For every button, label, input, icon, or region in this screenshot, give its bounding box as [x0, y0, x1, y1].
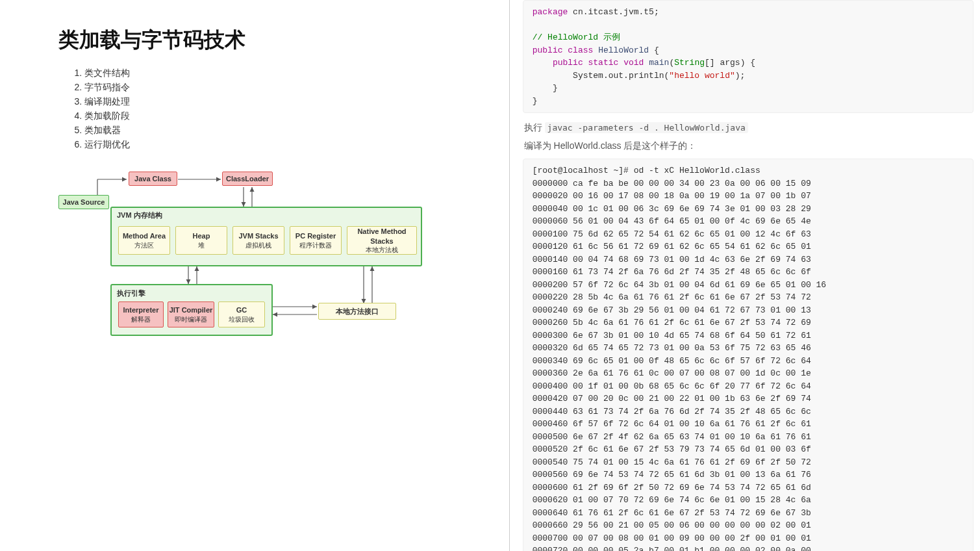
native-stacks-en: Native Method Stacks	[347, 227, 416, 246]
java-code-block: package cn.itcast.jvm.t5; // HelloWorld …	[523, 0, 974, 113]
jit-zh: 即时编译器	[175, 315, 207, 324]
jvm-stacks-zh: 虚拟机栈	[245, 241, 271, 250]
exec-note: 执行 javac -parameters -d . HellowWorld.ja…	[524, 122, 974, 134]
args: [] args	[705, 58, 740, 68]
exec-label: 执行	[524, 122, 542, 133]
hexdump-block: [root@localhost ~]# od -t xC HelloWorld.…	[523, 159, 974, 551]
box-native-stacks: Native Method Stacks 本地方法栈	[347, 226, 417, 255]
class-name: HelloWorld	[598, 45, 649, 55]
code-comment: // HelloWorld 示例	[533, 32, 620, 42]
heap-en: Heap	[193, 231, 210, 240]
kw-class: class	[568, 45, 593, 55]
method-area-en: Method Area	[123, 231, 166, 240]
pkg-name: cn.itcast.jvm.t5	[573, 7, 654, 17]
box-jit: JIT Compiler 即时编译器	[168, 301, 214, 327]
interpreter-en: Interpreter	[123, 305, 158, 314]
toc-item: 运行期优化	[84, 139, 490, 151]
brace2: {	[750, 58, 755, 68]
sout: System.out.println	[573, 71, 664, 81]
kw-void: void	[623, 58, 644, 68]
rp2: )	[735, 71, 740, 81]
indent2	[533, 71, 573, 81]
box-native-interface: 本地方法接口	[318, 303, 396, 320]
javac-command: javac -parameters -d . HellowWorld.java	[545, 122, 748, 133]
gc-en: GC	[236, 305, 247, 314]
page-container: 类加载与字节码技术 类文件结构 字节码指令 编译期处理 类加载阶段 类加载器 运…	[0, 0, 980, 551]
str-hello: "hello world"	[669, 71, 735, 81]
kw-package: package	[533, 7, 573, 17]
box-pc-register: PC Register 程序计数器	[290, 226, 342, 255]
toc-item: 类文件结构	[84, 68, 490, 79]
heap-zh: 堆	[198, 241, 205, 250]
method-area-zh: 方法区	[134, 241, 154, 250]
toc-item: 类加载阶段	[84, 110, 490, 122]
table-of-contents: 类文件结构 字节码指令 编译期处理 类加载阶段 类加载器 运行期优化	[71, 68, 490, 151]
box-gc: GC 垃圾回收	[218, 301, 265, 327]
box-interpreter: Interpreter 解释器	[118, 301, 164, 327]
hexdump-lines: 0000000 ca fe ba be 00 00 00 34 00 23 0a…	[533, 179, 826, 552]
gc-zh: 垃圾回收	[229, 315, 255, 324]
left-column: 类加载与字节码技术 类文件结构 字节码指令 编译期处理 类加载阶段 类加载器 运…	[0, 0, 510, 551]
interpreter-zh: 解释器	[131, 315, 151, 324]
box-method-area: Method Area 方法区	[118, 226, 170, 255]
native-stacks-zh: 本地方法栈	[366, 246, 398, 254]
jvm-diagram: Java Source Java Class ClassLoader JVM 内…	[58, 164, 429, 359]
toc-item: 类加载器	[84, 125, 490, 136]
indent3	[533, 83, 553, 93]
rp: )	[740, 58, 746, 68]
box-heap: Heap 堆	[175, 226, 227, 255]
type-string: String	[674, 58, 705, 68]
box-jvm-stacks: JVM Stacks 虚拟机栈	[232, 226, 284, 255]
jvm-stacks-en: JVM Stacks	[238, 231, 278, 240]
method-main: main	[649, 58, 669, 68]
semi2: ;	[740, 71, 746, 81]
brace: {	[654, 45, 659, 55]
box-java-source: Java Source	[58, 195, 109, 209]
rbrace2: }	[533, 96, 538, 106]
pc-register-zh: 程序计数器	[299, 241, 332, 250]
box-java-class: Java Class	[129, 172, 177, 186]
kw-static: static	[588, 58, 619, 68]
toc-item: 编译期处理	[84, 96, 490, 108]
page-title: 类加载与字节码技术	[58, 26, 490, 55]
indent	[533, 58, 553, 68]
right-column: package cn.itcast.jvm.t5; // HelloWorld …	[510, 0, 980, 551]
compiled-note: 编译为 HelloWorld.class 后是这个样子的：	[524, 140, 974, 152]
box-classloader: ClassLoader	[222, 172, 273, 186]
od-prompt: [root@localhost ~]# od -t xC HelloWorld.…	[533, 166, 760, 175]
jit-en: JIT Compiler	[170, 305, 213, 314]
pc-register-en: PC Register	[295, 231, 336, 240]
kw-public2: public	[553, 58, 583, 68]
label-exec-engine: 执行引擎	[117, 288, 145, 298]
kw-public: public	[533, 45, 563, 55]
semi: ;	[654, 7, 659, 17]
toc-item: 字节码指令	[84, 82, 490, 94]
label-jvm-struct: JVM 内存结构	[117, 211, 162, 220]
rbrace: }	[553, 83, 558, 93]
